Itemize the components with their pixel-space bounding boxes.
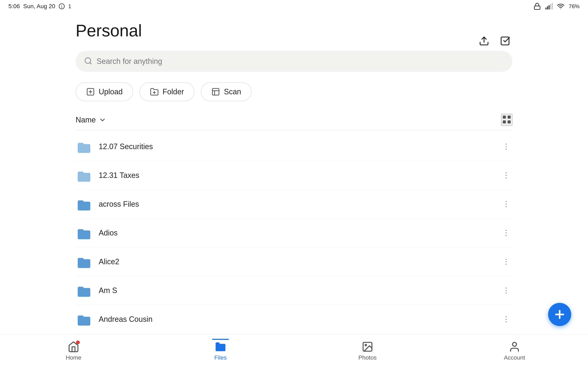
svg-rect-19: [507, 116, 511, 119]
status-date: Sun, Aug 20: [23, 3, 55, 10]
account-icon: [509, 341, 520, 353]
vpn-icon: [534, 2, 541, 10]
status-bar-right: 76%: [534, 2, 579, 10]
svg-point-29: [506, 204, 507, 205]
folder-button[interactable]: Folder: [139, 82, 194, 101]
svg-point-39: [506, 292, 507, 294]
svg-point-25: [506, 173, 507, 174]
more-menu-button[interactable]: [500, 169, 512, 182]
file-name: 12.07 Securities: [99, 142, 500, 151]
list-item[interactable]: Alice2: [76, 248, 512, 276]
list-item[interactable]: Andreas Cousin: [76, 305, 512, 334]
more-menu-button[interactable]: [500, 313, 512, 326]
scan-label: Scan: [224, 87, 241, 96]
photos-nav-label: Photos: [358, 354, 377, 361]
svg-point-26: [506, 175, 507, 176]
signal-icon: [545, 2, 553, 10]
svg-point-36: [506, 264, 507, 265]
search-icon: [84, 57, 92, 66]
svg-point-28: [506, 201, 507, 202]
wifi-icon: [557, 2, 564, 10]
files-nav-label: Files: [214, 354, 226, 361]
list-item[interactable]: Adios: [76, 219, 512, 248]
svg-rect-2: [534, 6, 540, 10]
list-item[interactable]: 12.31 Taxes: [76, 161, 512, 190]
account-nav-label: Account: [504, 354, 525, 361]
svg-line-11: [90, 63, 91, 64]
svg-point-55: [365, 344, 366, 346]
svg-rect-18: [503, 116, 506, 119]
svg-rect-4: [547, 6, 548, 9]
nav-item-photos[interactable]: Photos: [294, 339, 441, 361]
folder-icon: [76, 225, 92, 241]
svg-point-31: [506, 230, 507, 231]
svg-point-42: [506, 321, 507, 322]
files-icon: [215, 341, 226, 353]
more-menu-button[interactable]: [500, 198, 512, 211]
svg-point-23: [506, 146, 507, 147]
battery-level: 76%: [569, 3, 579, 10]
folder-label: Folder: [163, 87, 184, 96]
more-menu-button[interactable]: [500, 255, 512, 268]
search-input[interactable]: [97, 57, 504, 66]
more-menu-button[interactable]: [500, 140, 512, 153]
svg-rect-7: [552, 3, 553, 10]
file-name: Alice2: [99, 257, 500, 266]
svg-rect-20: [503, 120, 506, 123]
sort-row: Name: [76, 114, 512, 130]
svg-point-32: [506, 232, 507, 234]
nav-item-home[interactable]: Home: [0, 339, 147, 361]
svg-rect-21: [507, 120, 511, 123]
more-menu-button[interactable]: [500, 227, 512, 239]
file-list: 12.07 Securities 12.31 Taxes: [76, 132, 512, 334]
svg-point-38: [506, 290, 507, 291]
more-menu-button[interactable]: [500, 284, 512, 297]
action-buttons: Upload Folder Scan: [76, 82, 512, 101]
file-name: Andreas Cousin: [99, 315, 500, 324]
nav-item-files[interactable]: Files: [147, 339, 294, 361]
file-name: 12.31 Taxes: [99, 171, 500, 180]
file-name: across Files: [99, 200, 500, 209]
sort-label[interactable]: Name: [76, 116, 106, 124]
svg-rect-5: [549, 5, 550, 9]
home-notification-dot: [76, 340, 80, 344]
file-name: Adios: [99, 229, 500, 237]
svg-rect-9: [501, 37, 509, 45]
list-item[interactable]: Am S: [76, 276, 512, 305]
folder-icon: [76, 138, 92, 155]
svg-point-41: [506, 319, 507, 320]
grid-view-button[interactable]: [501, 114, 512, 126]
search-bar[interactable]: [76, 51, 512, 72]
bottom-nav: Home Files Photos Account: [0, 334, 588, 368]
svg-point-24: [506, 148, 507, 149]
home-nav-label: Home: [66, 354, 81, 361]
page-title: Personal: [76, 21, 512, 40]
svg-text:1: 1: [61, 5, 63, 8]
scan-button[interactable]: Scan: [201, 82, 252, 101]
svg-point-33: [506, 235, 507, 236]
folder-icon: [76, 311, 92, 328]
folder-icon: [76, 282, 92, 299]
status-bar: 5:06 Sun, Aug 20 1 1 76%: [0, 0, 588, 13]
system-icon: 1: [59, 3, 65, 9]
list-item[interactable]: across Files: [76, 190, 512, 219]
folder-icon: [76, 167, 92, 184]
svg-rect-17: [212, 88, 219, 95]
upload-label: Upload: [99, 87, 123, 96]
upload-button[interactable]: Upload: [76, 82, 133, 101]
status-bar-left: 5:06 Sun, Aug 20 1 1: [9, 3, 71, 10]
svg-point-30: [506, 206, 507, 207]
notification-count: 1: [68, 3, 71, 10]
folder-icon: [76, 196, 92, 212]
upload-icon-button[interactable]: [477, 34, 491, 48]
files-active-indicator: [212, 339, 229, 340]
fab-add-button[interactable]: [548, 303, 571, 326]
svg-point-34: [506, 259, 507, 260]
svg-point-40: [506, 316, 507, 317]
photos-icon: [362, 341, 373, 353]
svg-rect-3: [545, 8, 546, 9]
select-icon-button[interactable]: [498, 34, 512, 48]
list-item[interactable]: 12.07 Securities: [76, 132, 512, 161]
nav-item-account[interactable]: Account: [441, 339, 588, 361]
main-content: Personal: [0, 13, 588, 334]
